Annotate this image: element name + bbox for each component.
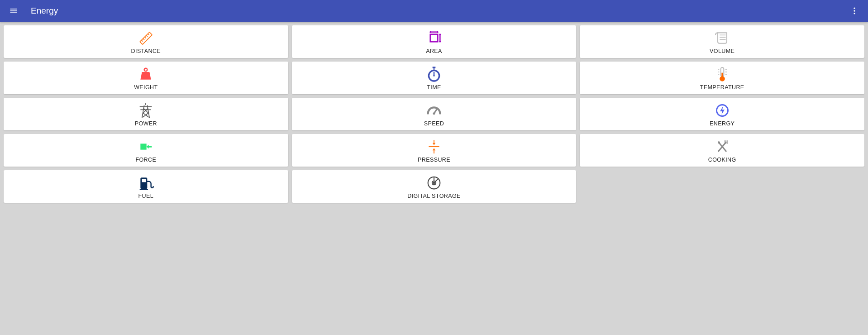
category-card-pressure[interactable]: PRESSURE [292, 134, 577, 167]
svg-point-47 [433, 112, 435, 115]
svg-rect-23 [433, 67, 436, 68]
category-label: ENERGY [710, 120, 734, 127]
category-card-speed[interactable]: SPEED [292, 98, 577, 130]
svg-point-4 [854, 10, 855, 11]
category-label: FORCE [135, 157, 156, 163]
svg-line-8 [143, 38, 144, 40]
svg-point-27 [433, 75, 434, 77]
svg-marker-53 [433, 143, 436, 145]
svg-rect-1 [10, 10, 17, 11]
category-card-time[interactable]: TIME [292, 62, 577, 94]
svg-point-22 [144, 68, 148, 72]
svg-rect-12 [430, 34, 438, 42]
bolt-icon [713, 101, 731, 120]
svg-line-10 [147, 35, 148, 37]
category-label: TIME [427, 84, 441, 91]
category-card-volume[interactable]: VOLUME [580, 25, 864, 58]
svg-marker-56 [433, 148, 436, 150]
category-card-energy[interactable]: ENERGY [580, 98, 864, 130]
thermometer-icon [713, 65, 731, 83]
svg-marker-14 [429, 31, 431, 33]
category-label: VOLUME [710, 48, 734, 54]
pressure-icon [425, 138, 443, 156]
category-card-weight[interactable]: WEIGHT [4, 62, 288, 94]
svg-line-67 [435, 179, 438, 182]
svg-rect-61 [142, 179, 146, 182]
svg-rect-0 [10, 9, 17, 10]
gauge-icon [425, 101, 443, 120]
svg-line-7 [142, 40, 143, 42]
menu-button[interactable] [6, 4, 21, 18]
category-card-power[interactable]: POWER [4, 98, 288, 130]
svg-rect-6 [140, 32, 152, 44]
page-title: Energy [31, 6, 58, 16]
svg-line-9 [145, 37, 146, 38]
svg-point-59 [718, 141, 720, 144]
svg-point-65 [434, 182, 435, 184]
disc-icon [425, 174, 443, 192]
svg-rect-49 [141, 144, 147, 149]
svg-marker-17 [439, 33, 441, 35]
svg-rect-62 [140, 189, 148, 190]
svg-marker-15 [437, 31, 439, 33]
category-label: PRESSURE [418, 157, 450, 163]
svg-marker-18 [439, 41, 441, 43]
pump-icon [137, 174, 155, 192]
svg-rect-2 [10, 12, 17, 13]
svg-marker-51 [147, 145, 149, 148]
category-label: WEIGHT [134, 84, 157, 91]
area-icon [425, 29, 443, 47]
svg-point-3 [854, 8, 855, 9]
hamburger-icon [9, 6, 18, 15]
more-button[interactable] [847, 4, 862, 18]
stopwatch-icon [425, 65, 443, 83]
app-bar: Energy [0, 0, 868, 22]
category-card-force[interactable]: FORCE [4, 134, 288, 167]
category-label: FUEL [138, 193, 154, 199]
category-card-area[interactable]: AREA [292, 25, 577, 58]
weight-icon [137, 65, 155, 83]
more-vert-icon [850, 6, 859, 15]
category-card-distance[interactable]: DISTANCE [4, 25, 288, 58]
cup-icon [713, 29, 731, 47]
category-label: POWER [135, 120, 157, 127]
svg-point-5 [854, 13, 855, 14]
category-label: COOKING [708, 157, 736, 163]
ruler-icon [137, 29, 155, 47]
category-label: SPEED [424, 120, 444, 127]
category-label: TEMPERATURE [700, 84, 744, 91]
category-label: DIGITAL STORAGE [407, 193, 461, 199]
category-card-cooking[interactable]: COOKING [580, 134, 864, 167]
svg-line-11 [148, 34, 149, 35]
utensils-icon [713, 138, 731, 156]
category-card-fuel[interactable]: FUEL [4, 170, 288, 203]
svg-rect-30 [721, 73, 723, 78]
category-label: DISTANCE [131, 48, 161, 54]
category-label: AREA [426, 48, 442, 54]
force-icon [137, 138, 155, 156]
category-card-digital-storage[interactable]: DIGITAL STORAGE [292, 170, 577, 203]
category-card-temperature[interactable]: TEMPERATURE [580, 62, 864, 94]
pylon-icon [137, 101, 155, 120]
category-grid: DISTANCEAREAVOLUMEWEIGHTTIMETEMPERATUREP… [0, 22, 868, 206]
